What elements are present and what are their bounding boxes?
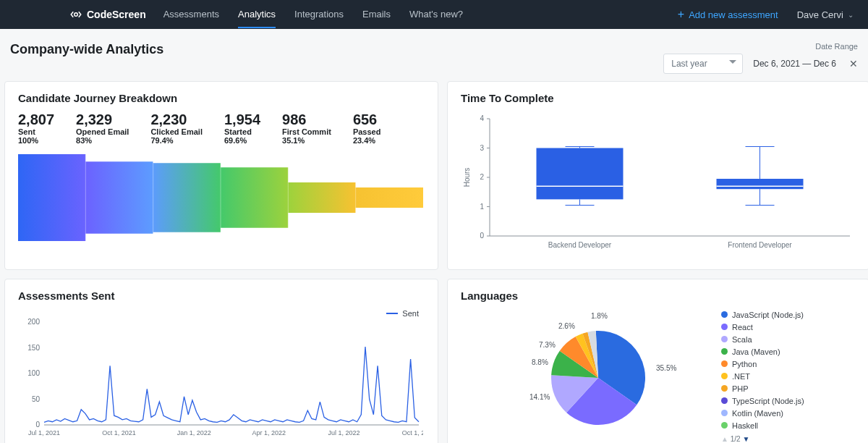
assessments-sent-legend-label: Sent xyxy=(402,309,419,318)
svg-text:2: 2 xyxy=(480,173,484,181)
svg-text:Oct 1, 2021: Oct 1, 2021 xyxy=(102,429,136,436)
funnel-stat-value: 986 xyxy=(282,111,331,127)
legend-label: Java (Maven) xyxy=(732,347,780,356)
languages-card: Languages 35.5%27.1%14.1%8.8%7.3%2.6%1.8… xyxy=(447,279,868,443)
languages-legend-item: Scala xyxy=(721,334,804,346)
pager-up-icon[interactable]: ▲ xyxy=(721,435,728,443)
date-range-preset-select[interactable]: Last year xyxy=(663,54,743,74)
chevron-down-icon: ⌄ xyxy=(848,11,854,19)
clear-date-range-button[interactable]: ✕ xyxy=(849,58,858,69)
funnel-stat-value: 2,230 xyxy=(150,111,203,127)
funnel-stat-value: 1,954 xyxy=(224,111,260,127)
funnel-stat-label: Clicked Email xyxy=(150,127,203,136)
funnel-stat: 1,954 Started 69.6% xyxy=(224,111,260,145)
pager-text: 1/2 xyxy=(731,435,741,443)
legend-color-icon xyxy=(721,336,728,342)
funnel-stat-pct: 69.6% xyxy=(224,136,260,145)
legend-color-icon xyxy=(721,360,728,367)
brand-logo-icon xyxy=(69,8,82,21)
nav-tabs: AssessmentsAnalyticsIntegrationsEmailsWh… xyxy=(163,1,463,28)
funnel-stat-pct: 83% xyxy=(76,136,129,145)
funnel-stat-value: 2,807 xyxy=(18,111,54,127)
funnel-stat-label: Started xyxy=(224,127,260,136)
svg-text:0: 0 xyxy=(35,421,40,429)
nav-tab-emails[interactable]: Emails xyxy=(362,1,391,28)
svg-text:50: 50 xyxy=(32,395,41,403)
nav-tab-assessments[interactable]: Assessments xyxy=(163,1,219,28)
svg-text:4: 4 xyxy=(480,114,484,122)
legend-line-icon xyxy=(386,313,398,314)
page-header: Company-wide Analytics Date Range Last y… xyxy=(0,29,868,81)
svg-text:35.5%: 35.5% xyxy=(656,364,676,372)
funnel-stat: 2,329 Opened Email 83% xyxy=(76,111,129,145)
assessments-sent-chart: 050100150200Jul 1, 2021Oct 1, 2021Jan 1,… xyxy=(18,309,423,439)
legend-color-icon xyxy=(721,385,728,392)
svg-text:7.3%: 7.3% xyxy=(539,341,556,349)
time-to-complete-card: Time To Complete 01234HoursBackend Devel… xyxy=(447,81,868,270)
legend-color-icon xyxy=(721,311,728,318)
svg-text:200: 200 xyxy=(27,318,40,326)
funnel-stat: 2,807 Sent 100% xyxy=(18,111,54,145)
plus-icon: + xyxy=(678,9,684,20)
svg-text:Jul 1, 2022: Jul 1, 2022 xyxy=(328,429,359,436)
svg-text:14.1%: 14.1% xyxy=(529,393,550,401)
user-name: Dave Cervi xyxy=(797,9,843,20)
nav-tab-what-s-new-[interactable]: What's new? xyxy=(409,1,463,28)
funnel-stats: 2,807 Sent 100%2,329 Opened Email 83%2,2… xyxy=(18,111,425,145)
languages-title: Languages xyxy=(461,290,856,302)
assessments-sent-legend: Sent xyxy=(386,309,419,318)
legend-color-icon xyxy=(721,324,728,330)
funnel-stat-pct: 35.1% xyxy=(282,136,331,145)
page-title: Company-wide Analytics xyxy=(10,42,163,57)
funnel-stat-label: Sent xyxy=(18,127,54,136)
legend-label: Scala xyxy=(732,335,752,344)
svg-text:Hours: Hours xyxy=(463,168,471,187)
brand[interactable]: CodeScreen xyxy=(69,8,146,21)
svg-text:Apr 1, 2022: Apr 1, 2022 xyxy=(252,429,286,436)
funnel-chart xyxy=(18,151,425,245)
languages-legend-item: Java (Maven) xyxy=(721,346,804,358)
languages-pager[interactable]: ▲ 1/2 ▼ xyxy=(721,435,804,443)
legend-label: TypeScript (Node.js) xyxy=(732,397,804,405)
languages-legend-item: .NET xyxy=(721,371,804,383)
languages-legend-item: JavaScript (Node.js) xyxy=(721,309,804,321)
assessments-sent-card: Assessments Sent Sent 050100150200Jul 1,… xyxy=(4,279,438,443)
candidate-journey-title: Candidate Journey Breakdown xyxy=(18,92,425,104)
svg-rect-30 xyxy=(717,179,804,189)
date-range-section: Date Range Last year Dec 6, 2021 — Dec 6… xyxy=(663,42,858,74)
legend-label: .NET xyxy=(732,372,750,381)
top-nav: CodeScreen AssessmentsAnalyticsIntegrati… xyxy=(0,0,868,29)
nav-tab-integrations[interactable]: Integrations xyxy=(294,1,344,28)
date-range-label: Date Range xyxy=(663,42,858,51)
funnel-stat-label: First Commit xyxy=(282,127,331,136)
funnel-stat-value: 2,329 xyxy=(76,111,129,127)
languages-legend-item: TypeScript (Node.js) xyxy=(721,395,804,408)
legend-label: Haskell xyxy=(732,421,758,430)
funnel-stat-pct: 79.4% xyxy=(150,136,203,145)
legend-color-icon xyxy=(721,348,728,355)
svg-text:1: 1 xyxy=(480,203,484,211)
time-to-complete-chart: 01234HoursBackend DeveloperFrontend Deve… xyxy=(461,111,857,256)
user-menu[interactable]: Dave Cervi ⌄ xyxy=(797,9,854,20)
svg-text:Oct 1, 2022: Oct 1, 2022 xyxy=(402,429,423,436)
legend-color-icon xyxy=(721,397,728,404)
legend-color-icon xyxy=(721,422,728,429)
legend-label: Python xyxy=(732,360,757,368)
add-assessment-label: Add new assessment xyxy=(689,9,778,20)
nav-tab-analytics[interactable]: Analytics xyxy=(238,1,276,28)
caret-down-icon xyxy=(729,60,736,67)
candidate-journey-card: Candidate Journey Breakdown 2,807 Sent 1… xyxy=(4,81,438,270)
add-assessment-button[interactable]: + Add new assessment xyxy=(678,9,778,20)
svg-text:8.8%: 8.8% xyxy=(532,358,548,366)
date-range-preset-value: Last year xyxy=(671,59,707,69)
svg-text:150: 150 xyxy=(27,344,40,352)
languages-legend-item: Haskell xyxy=(721,420,804,432)
pager-down-icon[interactable]: ▼ xyxy=(742,435,749,443)
svg-text:Jan 1, 2022: Jan 1, 2022 xyxy=(177,429,211,436)
funnel-stat-label: Opened Email xyxy=(76,127,129,136)
svg-point-0 xyxy=(75,13,78,17)
assessments-sent-title: Assessments Sent xyxy=(18,290,425,302)
funnel-stat: 2,230 Clicked Email 79.4% xyxy=(150,111,203,145)
funnel-stat-pct: 23.4% xyxy=(353,136,381,145)
legend-label: React xyxy=(732,323,753,332)
